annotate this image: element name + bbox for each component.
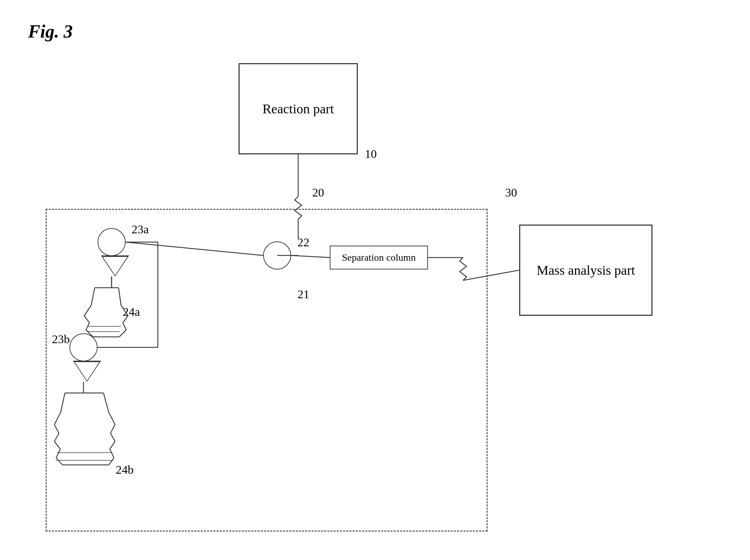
label-24b: 24b xyxy=(116,463,134,476)
separation-column-label: Separation column xyxy=(342,252,416,263)
figure-label: Fig. 3 xyxy=(28,21,73,42)
pump-triangle-23a-inner xyxy=(103,257,127,275)
junction-circle-22 xyxy=(263,241,291,269)
label-24a: 24a xyxy=(123,305,140,319)
label-23a: 23a xyxy=(132,223,149,236)
label-21: 21 xyxy=(297,288,309,301)
mass-analysis-box: Mass analysis part xyxy=(519,225,652,316)
reaction-part-label: Reaction part xyxy=(262,101,334,116)
separation-column-box: Separation column xyxy=(330,246,428,269)
label-23b: 23b xyxy=(52,333,70,346)
pump-triangle-23b-inner xyxy=(75,362,99,381)
label-10: 10 xyxy=(365,147,377,161)
reaction-part-box: Reaction part xyxy=(239,63,358,154)
label-22: 22 xyxy=(297,236,309,249)
pump-circle-23a xyxy=(98,228,126,256)
mass-analysis-label: Mass analysis part xyxy=(537,262,635,278)
label-20: 20 xyxy=(312,186,324,199)
pump-circle-23b xyxy=(69,333,98,361)
label-30: 30 xyxy=(505,186,517,199)
